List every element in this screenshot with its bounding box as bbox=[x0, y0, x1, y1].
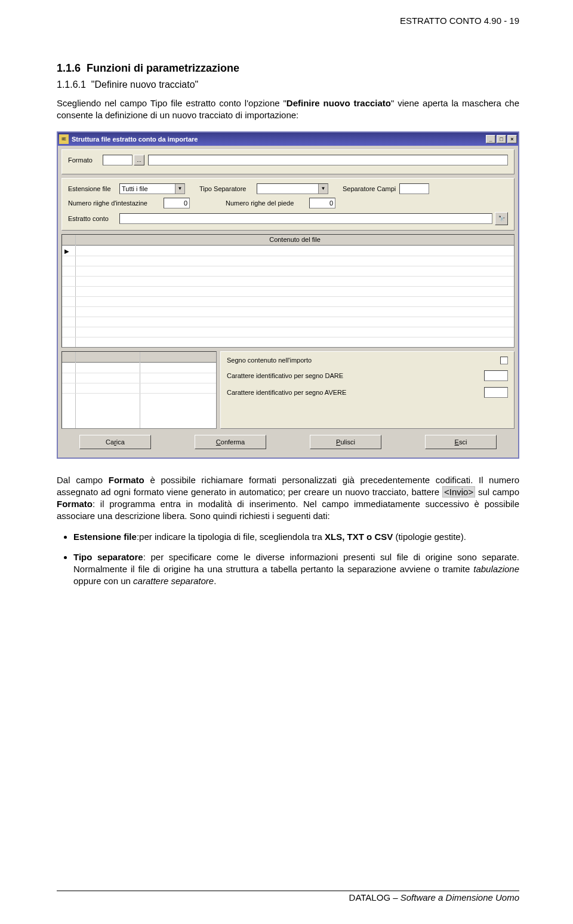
list-item: Estensione file:per indicare la tipologi… bbox=[73, 531, 519, 543]
esci-button[interactable]: Esci bbox=[425, 435, 497, 449]
field-list: Estensione file:per indicare la tipologi… bbox=[57, 531, 519, 588]
conferma-button[interactable]: Conferma bbox=[195, 435, 266, 449]
chevron-down-icon: ▼ bbox=[175, 184, 184, 194]
section-number: 1.1.6 bbox=[57, 62, 81, 74]
label-segno-dare: Carattere identificativo per segno DARE bbox=[227, 372, 484, 379]
righe-piede-input[interactable] bbox=[309, 198, 335, 208]
formato-desc-input[interactable] bbox=[148, 155, 508, 165]
window-title: Struttura file estratto conto da importa… bbox=[72, 136, 485, 143]
carica-button[interactable]: Carica bbox=[79, 435, 151, 449]
section-title: Funzioni di parametrizzazione bbox=[87, 62, 239, 74]
paragraph-formato: Dal campo Formato è possibile richiamare… bbox=[57, 474, 519, 523]
binoculars-button[interactable]: 🔭 bbox=[495, 212, 508, 225]
dialog-window: IE Struttura file estratto conto da impo… bbox=[57, 131, 519, 459]
label-segno-importo: Segno contenuto nell'importo bbox=[227, 357, 500, 364]
label-tipo-separatore: Tipo Separatore bbox=[199, 185, 257, 192]
panel-file-options: Estensione file Tutti i file ▼ Tipo Sepa… bbox=[61, 178, 515, 231]
titlebar: IE Struttura file estratto conto da impo… bbox=[58, 133, 518, 146]
page-footer: DATALOG – Software a Dimensione Uomo bbox=[57, 891, 519, 902]
formato-input[interactable] bbox=[103, 155, 133, 165]
label-segno-avere: Carattere identificativo per segno AVERE bbox=[227, 389, 484, 396]
minimize-button[interactable]: _ bbox=[486, 135, 495, 143]
estensione-select[interactable]: Tutti i file ▼ bbox=[119, 183, 185, 194]
subsection-number: 1.1.6.1 bbox=[57, 79, 86, 90]
label-formato: Formato bbox=[68, 156, 103, 164]
label-estensione: Estensione file bbox=[68, 185, 119, 192]
tipo-separatore-select[interactable]: ▼ bbox=[257, 183, 328, 194]
section-heading: 1.1.6 Funzioni di parametrizzazione bbox=[57, 62, 519, 75]
button-row: Carica Conferma Pulisci Esci bbox=[61, 429, 515, 454]
maximize-button[interactable]: □ bbox=[497, 135, 506, 143]
content-grid[interactable]: Contenuto del file ▶ bbox=[61, 234, 515, 348]
app-icon: IE bbox=[59, 134, 69, 144]
estratto-conto-input[interactable] bbox=[119, 213, 492, 224]
key-invio: <Invio> bbox=[442, 486, 475, 498]
label-righe-intestazione: Numero riighe d'intestazine bbox=[68, 199, 164, 207]
page-header-right: ESTRATTO CONTO 4.90 - 19 bbox=[400, 16, 519, 26]
row-pointer-icon: ▶ bbox=[64, 248, 69, 254]
label-righe-piede: Numero righe del piede bbox=[226, 199, 309, 207]
list-item: Tipo separatore: per specificare come le… bbox=[73, 551, 519, 588]
separatore-campi-input[interactable] bbox=[399, 183, 429, 194]
pulisci-button[interactable]: Pulisci bbox=[310, 435, 381, 449]
segno-importo-checkbox[interactable] bbox=[500, 357, 508, 364]
subsection-title: Definire nuovo tracciato bbox=[95, 79, 195, 90]
formato-browse-button[interactable]: ... bbox=[134, 155, 144, 165]
close-button[interactable]: × bbox=[507, 135, 517, 143]
label-estratto-conto: Estratto conto bbox=[68, 215, 119, 222]
righe-intestazione-input[interactable] bbox=[164, 198, 190, 208]
intro-paragraph: Scegliendo nel campo Tipo file estratto … bbox=[57, 97, 519, 122]
mapping-grid[interactable] bbox=[61, 351, 217, 429]
label-separatore-campi: Separatore Campi bbox=[343, 185, 396, 192]
segno-dare-input[interactable] bbox=[484, 370, 508, 381]
panel-formato: Formato ... bbox=[61, 149, 515, 174]
sign-options-panel: Segno contenuto nell'importo Carattere i… bbox=[220, 351, 515, 429]
segno-avere-input[interactable] bbox=[484, 387, 508, 398]
grid-header: Contenuto del file bbox=[269, 236, 321, 243]
subsection-heading: 1.1.6.1 "Definire nuovo tracciato" bbox=[57, 79, 519, 90]
binoculars-icon: 🔭 bbox=[498, 216, 505, 222]
chevron-down-icon: ▼ bbox=[318, 184, 328, 194]
